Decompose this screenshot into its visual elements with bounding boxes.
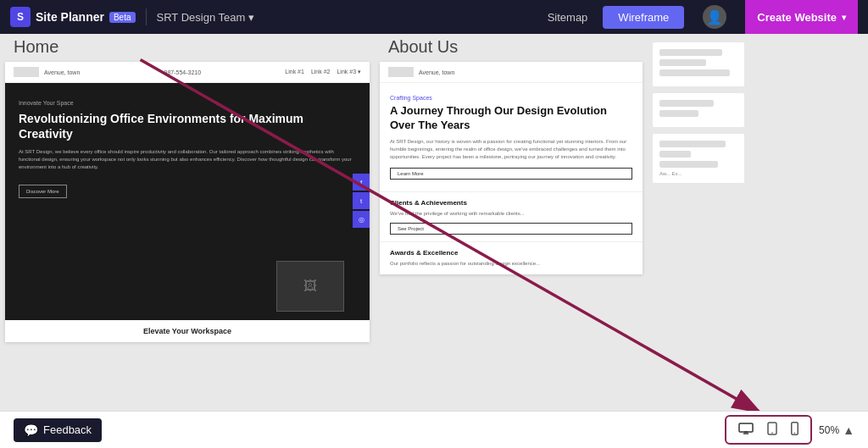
about-logo	[388, 67, 414, 77]
logo-icon: S	[10, 7, 31, 27]
beta-badge: Beta	[109, 12, 136, 23]
panel-bar-1	[659, 49, 722, 56]
team-chevron-icon: ▾	[248, 11, 254, 24]
awards-body: Our portfolio reflects a passion for out…	[390, 260, 632, 268]
about-page-preview: Avenue, town Crafting Spaces A Journey T…	[380, 62, 643, 274]
svg-point-6	[771, 432, 773, 434]
nav-link-3: Link #3 ▾	[337, 69, 361, 75]
panel-bar-3	[659, 69, 730, 76]
panel-bar-4	[659, 100, 714, 107]
instagram-icon: ◎	[353, 211, 370, 228]
hero-cta-button[interactable]: Discover More	[19, 185, 67, 198]
zoom-level: 50%	[819, 424, 839, 436]
right-panel-card-3: Aw... Ex...	[653, 134, 744, 183]
pages-container: Home Avenue, town 987-554-3210 Link #1 L…	[0, 34, 868, 448]
desktop-view-button[interactable]	[733, 421, 759, 439]
svg-point-8	[794, 433, 795, 434]
feedback-icon: 💬	[24, 423, 38, 437]
hero-image-placeholder: 🖼	[276, 261, 344, 312]
app-name: Site Planner	[36, 10, 104, 24]
zoom-control: 50% ▲	[819, 423, 854, 437]
panel-bar-8	[659, 161, 718, 168]
about-tag: Crafting Spaces	[390, 95, 632, 101]
panel-bar-2	[659, 59, 706, 66]
clients-title: Clients & Achievements	[390, 199, 632, 207]
home-page-section: Home Avenue, town 987-554-3210 Link #1 L…	[5, 34, 370, 448]
team-name: SRT Design Team	[157, 11, 246, 24]
hero-tag: Innovate Your Space	[19, 100, 356, 106]
nav-link-2: Link #2	[311, 69, 331, 75]
panel-bar-5	[659, 110, 698, 117]
nav-link-1: Link #1	[285, 69, 304, 75]
bottom-right-controls: 50% ▲	[725, 415, 854, 445]
hero-title: Revolutionizing Office Environments for …	[19, 111, 356, 141]
about-awards-section: Awards & Excellence Our portfolio reflec…	[380, 241, 643, 274]
header: S Site Planner Beta SRT Design Team ▾ Si…	[0, 0, 868, 34]
hero-body: At SRT Design, we believe every office s…	[19, 148, 356, 171]
home-city: Avenue, town	[44, 69, 80, 75]
footer-title: Elevate Your Workspace	[14, 327, 361, 335]
clients-body: We've had the privilege of working with …	[390, 210, 632, 218]
panel-bar-6	[659, 141, 726, 147]
about-city: Avenue, town	[419, 69, 454, 75]
home-page-preview: Avenue, town 987-554-3210 Link #1 Link #…	[5, 62, 370, 342]
create-website-chevron-icon: ▾	[842, 13, 846, 22]
team-selector[interactable]: SRT Design Team ▾	[157, 11, 255, 24]
twitter-icon: t	[353, 192, 370, 209]
svg-rect-2	[739, 423, 753, 432]
about-clients-section: Clients & Achievements We've had the pri…	[380, 191, 643, 241]
sitemap-nav-button[interactable]: Sitemap	[532, 6, 604, 29]
header-divider	[146, 8, 147, 25]
view-controls	[725, 415, 812, 445]
facebook-icon: f	[353, 174, 370, 191]
home-mockup-header: Avenue, town 987-554-3210 Link #1 Link #…	[5, 62, 370, 83]
home-hero: Innovate Your Space Revolutionizing Offi…	[5, 83, 370, 320]
wireframe-nav-button[interactable]: Wireframe	[603, 6, 684, 29]
home-page-label: Home	[5, 34, 370, 62]
about-page-label: About Us	[380, 34, 643, 62]
hero-social-icons: f t ◎	[353, 174, 370, 230]
home-logo	[14, 67, 39, 77]
right-panel: Aw... Ex...	[648, 34, 749, 448]
about-body: At SRT Design, our history is woven with…	[390, 138, 632, 161]
bottom-bar: 💬 Feedback	[0, 411, 868, 448]
zoom-up-button[interactable]: ▲	[843, 423, 854, 437]
right-panel-card-1	[653, 42, 744, 86]
awards-title: Awards & Excellence	[390, 249, 632, 257]
learn-more-button[interactable]: Learn More	[390, 168, 632, 180]
home-footer-section: Elevate Your Workspace	[5, 320, 370, 342]
header-nav: Sitemap Wireframe	[532, 6, 685, 29]
feedback-label: Feedback	[43, 423, 92, 436]
create-website-label: Create Website	[757, 11, 837, 24]
logo-area: S Site Planner Beta	[10, 7, 136, 27]
home-phone: 987-554-3210	[164, 69, 202, 75]
right-panel-card-2	[653, 93, 744, 127]
see-project-button[interactable]: See Project	[390, 223, 632, 235]
panel-bar-7	[659, 151, 691, 158]
mobile-view-button[interactable]	[786, 420, 804, 440]
about-title: A Journey Through Our Design Evolution O…	[390, 104, 632, 133]
create-website-button[interactable]: Create Website ▾	[745, 0, 858, 34]
tablet-view-button[interactable]	[762, 420, 782, 440]
user-icon: 👤	[706, 9, 723, 25]
user-avatar[interactable]: 👤	[703, 5, 726, 29]
about-page-section: About Us Avenue, town Crafting Spaces A …	[380, 34, 643, 448]
feedback-button[interactable]: 💬 Feedback	[14, 418, 102, 442]
canvas-area: Home Avenue, town 987-554-3210 Link #1 L…	[0, 34, 868, 448]
panel-text-1: Aw... Ex...	[659, 171, 737, 176]
about-hero: Crafting Spaces A Journey Through Our De…	[380, 83, 643, 191]
image-placeholder-icon: 🖼	[303, 279, 317, 294]
about-mockup-header: Avenue, town	[380, 62, 643, 83]
home-nav: Link #1 Link #2 Link #3 ▾	[285, 69, 361, 75]
